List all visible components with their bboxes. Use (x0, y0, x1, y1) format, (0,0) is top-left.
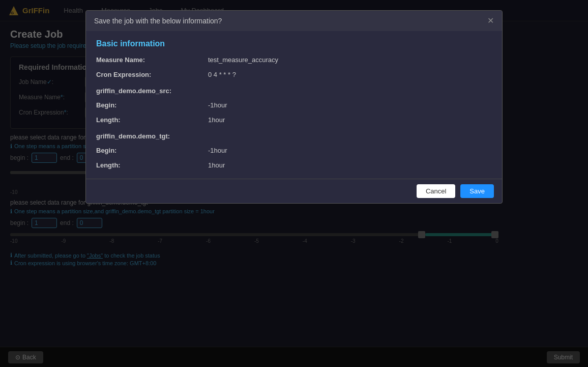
save-button[interactable]: Save (460, 184, 494, 198)
modal-body: Basic information Measure Name: test_mea… (86, 31, 502, 179)
modal-label-length-tgt: Length: (96, 160, 208, 171)
modal-label-cron: Cron Expression: (96, 69, 208, 80)
modal-label-begin-src: Begin: (96, 100, 208, 110)
modal-overlay: Save the job with the below information?… (0, 0, 588, 367)
modal-label-measure: Measure Name: (96, 54, 208, 65)
modal: Save the job with the below information?… (85, 10, 503, 204)
modal-value-cron: 0 4 * * * ? (208, 69, 492, 80)
modal-subtitle-tgt: griffin_demo.demo_tgt: (96, 132, 492, 140)
modal-section-title: Basic information (96, 39, 492, 48)
cancel-button[interactable]: Cancel (417, 184, 455, 198)
modal-value-measure: test_measure_accuracy (208, 54, 492, 65)
modal-footer: Cancel Save (86, 179, 502, 203)
modal-subtitle-src: griffin_demo.demo_src: (96, 87, 492, 95)
modal-label-begin-tgt: Begin: (96, 145, 208, 156)
modal-value-length-src: 1hour (208, 115, 492, 125)
modal-close-button[interactable]: ✕ (487, 17, 494, 25)
modal-info-grid: Measure Name: test_measure_accuracy Cron… (96, 54, 492, 171)
modal-value-length-tgt: 1hour (208, 160, 492, 171)
modal-label-length-src: Length: (96, 115, 208, 125)
modal-value-begin-tgt: -1hour (208, 145, 492, 156)
modal-value-begin-src: -1hour (208, 100, 492, 110)
modal-header: Save the job with the below information?… (86, 11, 502, 31)
modal-title: Save the job with the below information? (94, 17, 222, 25)
